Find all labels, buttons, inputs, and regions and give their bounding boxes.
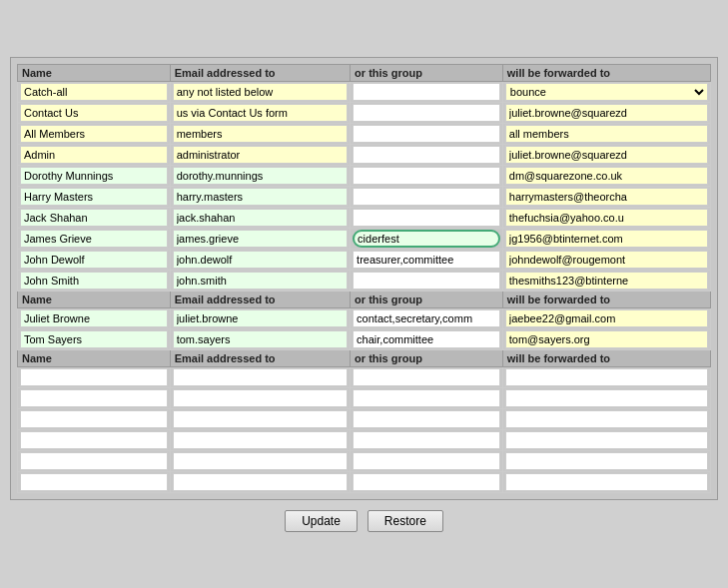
group-cell [351, 450, 503, 471]
forward-select[interactable]: bounceignoreerror [505, 83, 708, 101]
forward-input[interactable] [505, 251, 708, 269]
group-input[interactable] [353, 330, 500, 348]
email-input[interactable] [173, 410, 348, 428]
forward-input[interactable] [505, 125, 708, 143]
email-input[interactable] [173, 473, 348, 491]
name-input[interactable] [20, 410, 168, 428]
name-input[interactable] [20, 431, 168, 449]
group-input[interactable] [353, 230, 500, 248]
email-input[interactable] [173, 330, 348, 348]
email-input[interactable] [173, 389, 348, 407]
group-input[interactable] [353, 410, 500, 428]
email-input[interactable] [173, 368, 348, 386]
email-input[interactable] [173, 431, 348, 449]
forward-cell: bounceignoreerror [502, 81, 710, 102]
group-cell [351, 429, 503, 450]
group-input[interactable] [353, 251, 500, 269]
group-input[interactable] [353, 167, 500, 185]
forward-input[interactable] [505, 209, 708, 227]
email-input[interactable] [173, 83, 348, 101]
email-input[interactable] [173, 309, 348, 327]
forward-input[interactable] [505, 431, 708, 449]
name-input[interactable] [20, 389, 168, 407]
forward-input[interactable] [505, 104, 708, 122]
forward-input[interactable] [505, 389, 708, 407]
group-input[interactable] [353, 473, 500, 491]
table-row [18, 144, 711, 165]
update-button[interactable]: Update [285, 510, 358, 532]
forward-input[interactable] [505, 473, 708, 491]
name-input[interactable] [20, 452, 168, 470]
name-input[interactable] [20, 309, 168, 327]
restore-button[interactable]: Restore [367, 510, 443, 532]
forward-cell [502, 270, 710, 291]
name-cell [18, 450, 171, 471]
forward-input[interactable] [505, 230, 708, 248]
forward-input[interactable] [505, 167, 708, 185]
name-input[interactable] [20, 146, 168, 164]
forward-input[interactable] [505, 452, 708, 470]
email-cell [170, 450, 350, 471]
group-input[interactable] [353, 368, 500, 386]
email-input[interactable] [173, 251, 348, 269]
email-cell [170, 328, 350, 349]
main-container: Name Email addressed to or this group wi… [0, 47, 728, 542]
group-input[interactable] [353, 309, 500, 327]
forward-input[interactable] [505, 410, 708, 428]
col-header-name: Name [18, 64, 171, 81]
header-row-2: Name Email addressed to or this group wi… [18, 291, 711, 307]
email-input[interactable] [173, 272, 348, 290]
group-input[interactable] [353, 104, 500, 122]
forward-input[interactable] [505, 330, 708, 348]
email-input[interactable] [173, 452, 348, 470]
name-cell [18, 123, 171, 144]
email-input[interactable] [173, 125, 348, 143]
group-input[interactable] [353, 431, 500, 449]
email-cell [170, 408, 350, 429]
name-input[interactable] [20, 230, 168, 248]
group-input[interactable] [353, 209, 500, 227]
name-input[interactable] [20, 188, 168, 206]
col-header-forward-2: will be forwarded to [502, 291, 710, 307]
forward-input[interactable] [505, 146, 708, 164]
name-input[interactable] [20, 368, 168, 386]
name-input[interactable] [20, 104, 168, 122]
group-input[interactable] [353, 125, 500, 143]
group-input[interactable] [353, 452, 500, 470]
col-header-email: Email addressed to [170, 64, 350, 81]
name-input[interactable] [20, 330, 168, 348]
group-cell [351, 228, 503, 249]
email-cell [170, 207, 350, 228]
group-cell [351, 102, 503, 123]
name-input[interactable] [20, 125, 168, 143]
email-input[interactable] [173, 167, 348, 185]
email-input[interactable] [173, 209, 348, 227]
forward-input[interactable] [505, 309, 708, 327]
forward-input[interactable] [505, 272, 708, 290]
col-header-group-3: or this group [351, 349, 503, 366]
email-input[interactable] [173, 104, 348, 122]
forward-input[interactable] [505, 368, 708, 386]
name-input[interactable] [20, 272, 168, 290]
group-input[interactable] [353, 146, 500, 164]
group-input[interactable] [353, 83, 500, 101]
group-input[interactable] [353, 272, 500, 290]
name-input[interactable] [20, 167, 168, 185]
name-input[interactable] [20, 209, 168, 227]
email-cell [170, 429, 350, 450]
group-input[interactable] [353, 389, 500, 407]
table-row [18, 249, 711, 270]
email-input[interactable] [173, 188, 348, 206]
email-input[interactable] [173, 146, 348, 164]
forward-cell [502, 144, 710, 165]
name-input[interactable] [20, 473, 168, 491]
forward-cell [502, 307, 710, 328]
group-cell [351, 366, 503, 387]
email-input[interactable] [173, 230, 348, 248]
name-input[interactable] [20, 251, 168, 269]
table-row [18, 366, 711, 387]
group-input[interactable] [353, 188, 500, 206]
name-cell [18, 307, 171, 328]
name-input[interactable] [20, 83, 168, 101]
forward-input[interactable] [505, 188, 708, 206]
